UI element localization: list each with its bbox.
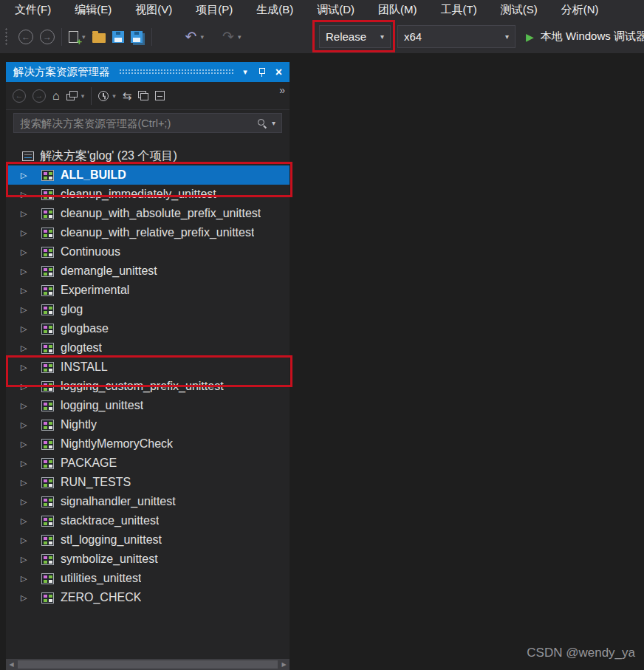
scroll-left-icon[interactable]: ◀ <box>6 662 17 668</box>
toolbar-grip[interactable] <box>4 27 9 47</box>
chevron-right-icon[interactable]: ▷ <box>21 517 32 525</box>
back-button[interactable]: ← <box>13 89 26 103</box>
menu-item-0[interactable]: 文件(F) <box>3 0 63 20</box>
solution-explorer-title-bar[interactable]: 解决方案资源管理器 ▾ × <box>6 62 290 82</box>
tree-item-INSTALL[interactable]: ▷ INSTALL <box>6 358 290 377</box>
chevron-right-icon[interactable]: ▷ <box>21 325 32 333</box>
switch-views-icon[interactable] <box>66 91 78 100</box>
horizontal-scrollbar[interactable]: ◀ ▶ <box>6 659 290 670</box>
scroll-right-icon[interactable]: ▶ <box>278 662 290 668</box>
watermark: CSDN @wendy_ya <box>527 646 635 660</box>
pin-icon[interactable] <box>258 67 265 78</box>
start-debugging-button[interactable]: ▶ 本地 Windows 调试器 <box>526 25 644 48</box>
navigate-forward-button[interactable]: → <box>40 30 55 44</box>
tree-item-cleanup_with_absolute_prefix_unittest[interactable]: ▷ cleanup_with_absolute_prefix_unittest <box>6 204 290 223</box>
chevron-down-icon[interactable]: ▾ <box>272 119 275 127</box>
tree-item-glogbase[interactable]: ▷ glogbase <box>6 319 290 338</box>
tree-item-ALL_BUILD[interactable]: ▷ ALL_BUILD <box>6 165 290 185</box>
tree-item-signalhandler_unittest[interactable]: ▷ signalhandler_unittest <box>6 492 290 511</box>
collapse-all-icon[interactable] <box>155 91 165 100</box>
solution-explorer-toolbar: ← → ⌂ ▾ ▾ ⇆ » <box>6 82 290 110</box>
sync-with-active-document-icon[interactable]: ⇆ <box>123 89 132 103</box>
tree-item-logging_unittest[interactable]: ▷ logging_unittest <box>6 396 290 415</box>
chevron-right-icon[interactable]: ▷ <box>21 575 32 583</box>
chevron-down-icon[interactable]: ▾ <box>112 92 116 100</box>
tree-item-stacktrace_unittest[interactable]: ▷ stacktrace_unittest <box>6 511 290 530</box>
chevron-right-icon[interactable]: ▷ <box>21 287 32 295</box>
undo-icon[interactable]: ↶ <box>185 30 197 44</box>
redo-icon[interactable]: ↷ <box>222 30 234 44</box>
tree-item-ZERO_CHECK[interactable]: ▷ ZERO_CHECK <box>6 588 290 607</box>
menu-item-5[interactable]: 调试(D) <box>305 0 366 20</box>
save-icon[interactable] <box>112 31 124 43</box>
tree-item-glog[interactable]: ▷ glog <box>6 300 290 319</box>
tree-item-Experimental[interactable]: ▷ Experimental <box>6 281 290 300</box>
chevron-right-icon[interactable]: ▷ <box>21 363 32 372</box>
window-position-icon[interactable]: ▾ <box>243 67 247 77</box>
chevron-right-icon[interactable]: ▷ <box>21 306 32 314</box>
chevron-right-icon[interactable]: ▷ <box>21 383 32 391</box>
configuration-combobox[interactable]: Release ▾ <box>319 25 391 48</box>
tree-item-Continuous[interactable]: ▷ Continuous <box>6 242 290 261</box>
navigate-back-button[interactable]: ← <box>18 30 33 44</box>
chevron-right-icon[interactable]: ▷ <box>21 344 32 352</box>
chevron-right-icon[interactable]: ▷ <box>21 229 32 237</box>
menu-item-9[interactable]: 分析(N) <box>549 0 611 20</box>
new-project-icon[interactable] <box>69 31 78 43</box>
chevron-right-icon[interactable]: ▷ <box>21 210 32 218</box>
search-box[interactable]: ▾ <box>13 113 282 133</box>
forward-button[interactable]: → <box>32 89 46 103</box>
search-input[interactable] <box>14 117 257 129</box>
menu-item-4[interactable]: 生成(B) <box>244 0 305 20</box>
platform-combobox[interactable]: x64 ▾ <box>397 25 515 48</box>
chevron-right-icon[interactable]: ▷ <box>21 459 32 468</box>
menu-item-8[interactable]: 测试(S) <box>489 0 549 20</box>
cpp-project-icon <box>41 458 54 469</box>
tree-item-cleanup_immediately_unittest[interactable]: ▷ cleanup_immediately_unittest <box>6 185 290 204</box>
chevron-right-icon[interactable]: ▷ <box>21 536 32 544</box>
chevron-right-icon[interactable]: ▷ <box>21 479 32 487</box>
chevron-right-icon[interactable]: ▷ <box>21 267 32 276</box>
save-all-icon[interactable] <box>131 31 143 43</box>
tree-item-cleanup_with_relative_prefix_unittest[interactable]: ▷ cleanup_with_relative_prefix_unittest <box>6 223 290 242</box>
menu-item-2[interactable]: 视图(V) <box>123 0 184 20</box>
tree-item-glogtest[interactable]: ▷ glogtest <box>6 338 290 358</box>
chevron-right-icon[interactable]: ▷ <box>21 556 32 564</box>
menu-item-3[interactable]: 项目(P) <box>184 0 244 20</box>
show-all-files-icon[interactable] <box>138 91 148 100</box>
tree-item-symbolize_unittest[interactable]: ▷ symbolize_unittest <box>6 550 290 569</box>
menu-item-1[interactable]: 编辑(E) <box>63 0 123 20</box>
home-icon[interactable]: ⌂ <box>52 89 60 103</box>
chevron-right-icon[interactable]: ▷ <box>21 440 32 448</box>
scrollbar-thumb[interactable] <box>18 660 278 669</box>
menu-item-7[interactable]: 工具(T) <box>428 0 488 20</box>
chevron-down-icon[interactable]: ▾ <box>238 33 242 41</box>
chevron-right-icon[interactable]: ▷ <box>21 402 32 410</box>
cpp-project-icon <box>41 189 54 200</box>
pending-changes-filter-icon[interactable] <box>98 91 109 101</box>
tree-item-logging_custom_prefix_unittest[interactable]: ▷ logging_custom_prefix_unittest <box>6 377 290 396</box>
chevron-down-icon[interactable]: ▾ <box>81 92 85 100</box>
open-file-icon[interactable] <box>92 33 106 43</box>
tree-item-RUN_TESTS[interactable]: ▷ RUN_TESTS <box>6 473 290 492</box>
tree-item-PACKAGE[interactable]: ▷ PACKAGE <box>6 454 290 473</box>
chevron-right-icon[interactable]: ▷ <box>21 421 32 429</box>
search-icon[interactable] <box>257 118 267 129</box>
menu-item-6[interactable]: 团队(M) <box>366 0 429 20</box>
tree-item-demangle_unittest[interactable]: ▷ demangle_unittest <box>6 261 290 281</box>
toolbar-overflow-icon[interactable]: » <box>279 84 285 96</box>
tree-item-NightlyMemoryCheck[interactable]: ▷ NightlyMemoryCheck <box>6 434 290 454</box>
tree-item-utilities_unittest[interactable]: ▷ utilities_unittest <box>6 569 290 588</box>
chevron-down-icon[interactable]: ▾ <box>82 33 86 41</box>
chevron-right-icon[interactable]: ▷ <box>21 498 32 506</box>
solution-explorer-panel: 解决方案资源管理器 ▾ × ← → ⌂ ▾ ▾ ⇆ » ▾ <box>6 62 290 670</box>
chevron-down-icon[interactable]: ▾ <box>200 33 204 41</box>
chevron-right-icon[interactable]: ▷ <box>21 171 32 180</box>
tree-item-solution[interactable]: 解决方案'glog' (23 个项目) <box>6 146 290 165</box>
chevron-right-icon[interactable]: ▷ <box>21 248 32 256</box>
chevron-right-icon[interactable]: ▷ <box>21 594 32 602</box>
close-icon[interactable]: × <box>275 66 282 78</box>
chevron-right-icon[interactable]: ▷ <box>21 191 32 199</box>
tree-item-Nightly[interactable]: ▷ Nightly <box>6 415 290 434</box>
tree-item-stl_logging_unittest[interactable]: ▷ stl_logging_unittest <box>6 530 290 550</box>
